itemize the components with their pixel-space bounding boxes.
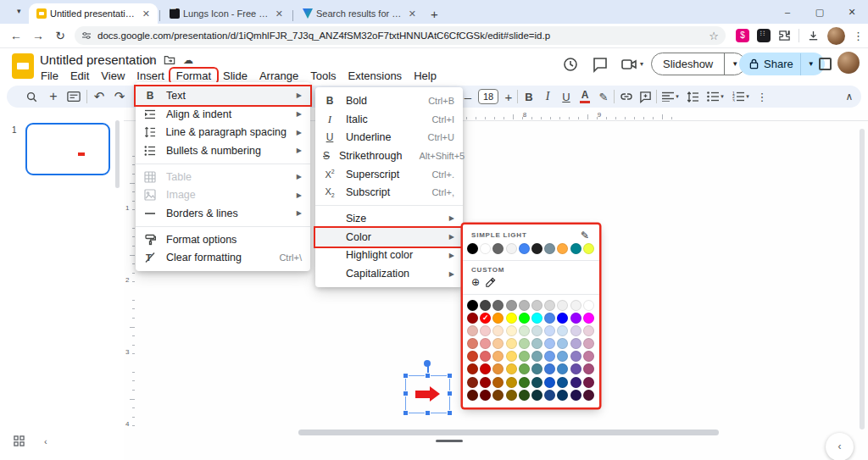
add-custom-color-icon[interactable]: ⊕: [471, 276, 480, 288]
color-swatch-660000[interactable]: [480, 390, 491, 401]
color-swatch-cc4125[interactable]: [467, 351, 478, 362]
color-swatch-d9d9d9[interactable]: [544, 300, 555, 311]
color-swatch-666666[interactable]: [492, 243, 504, 254]
more-options-icon[interactable]: ⋮: [754, 86, 770, 108]
text-submenu-item-highlight-color[interactable]: Highlight color▶: [315, 247, 463, 265]
menubar-slide[interactable]: Slide: [217, 69, 253, 83]
color-swatch-fff2cc[interactable]: [506, 325, 517, 336]
slide-thumbnail[interactable]: [25, 123, 110, 175]
color-swatch-b7b7b7[interactable]: [519, 300, 530, 311]
color-swatch-d9d2e9[interactable]: [570, 325, 581, 336]
format-menu-item-table[interactable]: Table▶: [136, 168, 310, 186]
color-swatch-0b5394[interactable]: [557, 377, 568, 388]
color-swatch-000000[interactable]: [467, 300, 478, 311]
search-menus-icon[interactable]: [22, 86, 41, 108]
format-menu-item-image[interactable]: Image▶: [136, 186, 310, 204]
extensions-puzzle-icon[interactable]: [778, 30, 791, 42]
color-swatch-6d9eeb[interactable]: [544, 351, 555, 362]
site-settings-icon[interactable]: [81, 30, 92, 41]
resize-handle[interactable]: [425, 410, 431, 416]
color-swatch-6aa84f[interactable]: [519, 363, 530, 374]
underline-icon[interactable]: U: [558, 86, 575, 108]
extension-pink-icon[interactable]: $: [736, 29, 749, 42]
color-swatch-f4cccc[interactable]: [480, 325, 491, 336]
font-size-input[interactable]: 18: [478, 89, 498, 104]
color-swatch-c9daf8[interactable]: [544, 325, 555, 336]
cloud-status-icon[interactable]: ☁: [183, 54, 193, 66]
color-swatch-666666[interactable]: [492, 300, 504, 311]
color-swatch-efefef[interactable]: [557, 300, 568, 311]
collapse-filmstrip-icon[interactable]: ‹: [44, 436, 47, 446]
resize-handle[interactable]: [403, 373, 409, 379]
color-swatch-d0e0e3[interactable]: [531, 325, 542, 336]
color-swatch-274e13[interactable]: [519, 390, 530, 401]
forward-icon[interactable]: →: [27, 29, 49, 42]
color-swatch-ff00ff[interactable]: [583, 313, 594, 324]
collapse-toolbar-icon[interactable]: ∧: [841, 86, 858, 108]
color-swatch-f9cb9c[interactable]: [492, 338, 504, 349]
color-swatch-d9ead3[interactable]: [519, 325, 530, 336]
color-swatch-45818e[interactable]: [531, 363, 542, 374]
document-title[interactable]: Untitled presentation: [40, 53, 157, 67]
menubar-view[interactable]: View: [95, 69, 131, 83]
color-swatch-ffe599[interactable]: [506, 338, 517, 349]
browser-menu-icon[interactable]: ⋮: [853, 30, 864, 42]
color-swatch-ffffff[interactable]: [480, 243, 491, 254]
browser-tab-lungs-icon-free-png-svg[interactable]: Lungs Icon - Free PNG & SVG✕: [162, 3, 291, 24]
text-color-icon[interactable]: A: [576, 86, 593, 108]
redo-icon[interactable]: ↷: [110, 86, 129, 108]
color-swatch-0000ff[interactable]: [557, 313, 568, 324]
format-menu-item-text[interactable]: BText▶: [136, 86, 310, 105]
red-arrow-shape[interactable]: [415, 391, 430, 398]
meet-dropdown-icon[interactable]: ▾: [640, 60, 643, 68]
color-swatch-00ffff[interactable]: [531, 313, 542, 324]
format-menu-item-align-indent[interactable]: Align & indent▶: [136, 105, 310, 124]
color-swatch-d5a6bd[interactable]: [583, 338, 594, 349]
color-swatch-ffab40[interactable]: [557, 243, 568, 254]
resize-handle[interactable]: [447, 391, 453, 396]
color-swatch-674ea7[interactable]: [570, 363, 581, 374]
text-submenu-item-strikethrough[interactable]: SStrikethroughAlt+Shift+5: [315, 147, 463, 165]
text-submenu-item-capitalization[interactable]: Capitalization▶: [315, 264, 463, 283]
menubar-insert[interactable]: Insert: [131, 69, 170, 83]
menubar-arrange[interactable]: Arrange: [253, 69, 304, 83]
close-button[interactable]: ✕: [836, 7, 868, 18]
tab-close-icon[interactable]: ✕: [406, 8, 419, 19]
color-swatch-4a86e8[interactable]: [544, 313, 555, 324]
font-size-increase-icon[interactable]: +: [502, 86, 515, 108]
insert-link-icon[interactable]: [617, 86, 636, 108]
color-swatch-a61c00[interactable]: [467, 363, 478, 374]
menubar-tools[interactable]: Tools: [304, 69, 342, 83]
color-swatch-ff0000[interactable]: ✓: [480, 313, 491, 324]
line-spacing-icon[interactable]: [683, 86, 702, 108]
color-swatch-f6b26b[interactable]: [492, 351, 504, 362]
menubar-format[interactable]: Format: [170, 69, 217, 83]
resize-handle[interactable]: [425, 373, 431, 379]
edit-theme-colors-icon[interactable]: ✎: [581, 230, 589, 241]
share-button[interactable]: Share ▼: [739, 53, 825, 75]
text-submenu-item-bold[interactable]: BBoldCtrl+B: [315, 91, 463, 110]
grid-view-icon[interactable]: [14, 435, 25, 446]
resize-handle[interactable]: [403, 391, 409, 396]
color-swatch-4285f4[interactable]: [519, 243, 530, 254]
move-folder-icon[interactable]: [164, 54, 175, 66]
resize-handle[interactable]: [447, 410, 453, 416]
color-swatch-85200c[interactable]: [467, 377, 478, 388]
color-swatch-9900ff[interactable]: [570, 313, 581, 324]
add-comment-icon[interactable]: [636, 86, 654, 108]
color-swatch-ff9900[interactable]: [492, 313, 504, 324]
tab-close-icon[interactable]: ✕: [273, 8, 286, 19]
color-swatch-76a5af[interactable]: [531, 351, 542, 362]
color-swatch-fce5cd[interactable]: [492, 325, 504, 336]
comments-icon[interactable]: [591, 55, 609, 74]
maximize-button[interactable]: ▢: [804, 7, 836, 18]
bulleted-list-icon[interactable]: ▾: [704, 86, 727, 108]
color-swatch-a2c4c9[interactable]: [531, 338, 542, 349]
color-swatch-00838f[interactable]: [570, 243, 581, 254]
color-swatch-741b47[interactable]: [583, 377, 594, 388]
format-menu-item-clear-formatting[interactable]: TClear formattingCtrl+\: [136, 249, 310, 268]
color-swatch-ea9999[interactable]: [480, 338, 491, 349]
color-swatch-38761d[interactable]: [519, 377, 530, 388]
color-swatch-dd7e6b[interactable]: [467, 338, 478, 349]
new-slide-icon[interactable]: +: [44, 86, 63, 108]
